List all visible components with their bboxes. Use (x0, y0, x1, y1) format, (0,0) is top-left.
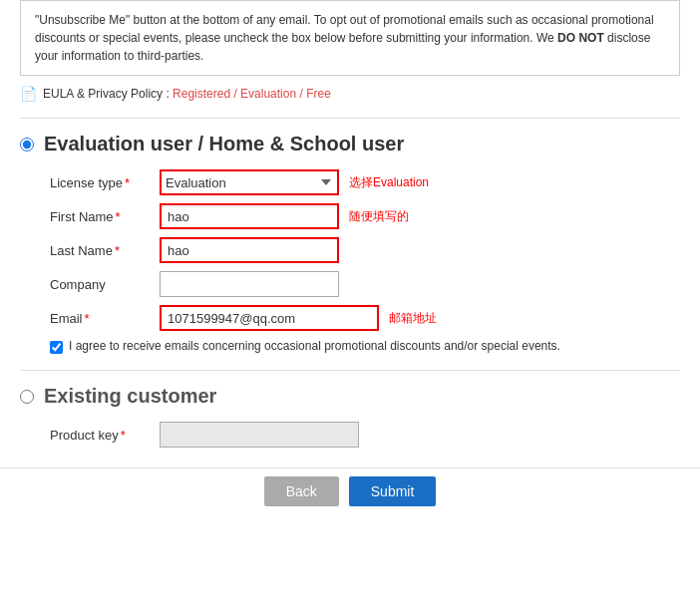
product-key-input[interactable] (160, 422, 359, 448)
evaluation-form: License type* Evaluation 选择Evaluation Fi… (50, 169, 680, 331)
eula-row: 📄 EULA & Privacy Policy : Registered / E… (20, 86, 680, 102)
license-annotation: 选择Evaluation (349, 174, 429, 191)
existing-customer-form: Product key* (50, 422, 680, 448)
existing-customer-title: Existing customer (44, 385, 216, 408)
product-key-label: Product key* (50, 428, 160, 443)
email-input[interactable] (160, 305, 379, 331)
company-label: Company (50, 277, 160, 292)
agree-label: I agree to receive emails concerning occ… (69, 339, 560, 353)
back-button[interactable]: Back (264, 476, 339, 506)
privacy-notice: "Unsubscribe Me" button at the bottom of… (20, 0, 680, 76)
company-row: Company (50, 271, 680, 297)
last-name-label: Last Name* (50, 243, 160, 258)
last-name-row: Last Name* (50, 237, 680, 263)
footer-buttons: Back Submit (0, 467, 700, 506)
existing-customer-section: Existing customer Product key* (20, 370, 680, 448)
first-name-input[interactable] (160, 203, 339, 229)
eula-label: EULA & Privacy Policy : (43, 87, 170, 101)
evaluation-section-title: Evaluation user / Home & School user (44, 133, 404, 155)
evaluation-section-header: Evaluation user / Home & School user (20, 133, 680, 155)
email-annotation: 邮箱地址 (389, 310, 437, 327)
first-name-label: First Name* (50, 209, 160, 224)
license-type-label: License type* (50, 175, 160, 190)
company-input[interactable] (160, 271, 339, 297)
product-key-row: Product key* (50, 422, 680, 448)
eula-links[interactable]: Registered / Evaluation / Free (173, 87, 331, 101)
email-label: Email* (50, 311, 160, 326)
license-type-select[interactable]: Evaluation (160, 169, 339, 195)
agree-checkbox-row: I agree to receive emails concerning occ… (50, 339, 680, 354)
name-annotation: 随便填写的 (349, 208, 409, 225)
notice-bold: DO NOT (557, 31, 604, 45)
agree-checkbox[interactable] (50, 341, 63, 354)
existing-customer-radio[interactable] (20, 390, 34, 404)
evaluation-radio[interactable] (20, 138, 34, 152)
pdf-icon: 📄 (20, 86, 37, 102)
first-name-row: First Name* 随便填写的 (50, 203, 680, 229)
existing-customer-header: Existing customer (20, 385, 680, 408)
submit-button[interactable]: Submit (349, 476, 437, 506)
license-type-wrapper: Evaluation (160, 169, 339, 195)
email-row: Email* 邮箱地址 (50, 305, 680, 331)
last-name-input[interactable] (160, 237, 339, 263)
evaluation-section: Evaluation user / Home & School user Lic… (20, 118, 680, 354)
license-type-row: License type* Evaluation 选择Evaluation (50, 169, 680, 195)
